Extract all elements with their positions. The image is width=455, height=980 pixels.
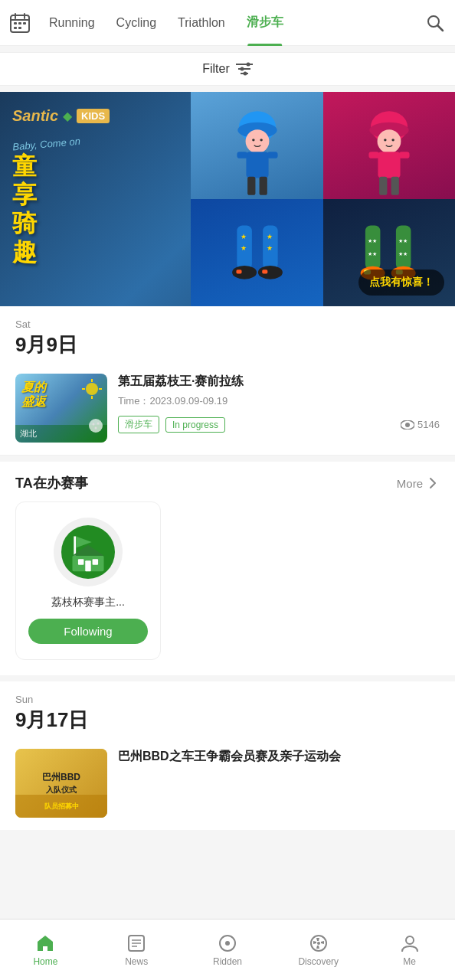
nav-me-label: Me: [403, 956, 416, 967]
ta-header: TA在办赛事 More: [0, 462, 455, 501]
svg-rect-25: [247, 177, 255, 195]
svg-point-87: [406, 936, 414, 944]
svg-point-57: [86, 383, 98, 395]
svg-marker-84: [316, 946, 319, 949]
svg-point-43: [232, 266, 257, 279]
svg-rect-8: [18, 27, 21, 29]
tab-running[interactable]: Running: [38, 0, 106, 46]
svg-point-67: [405, 423, 410, 427]
event-tag-status: In progress: [165, 417, 225, 433]
banner-img-3: ★ ★ ★ ★: [191, 199, 322, 306]
svg-rect-24: [267, 152, 277, 158]
event-card-1[interactable]: 夏的盛返 湖北 第五届荔枝王·赛前拉练 Time：2023.09.: [0, 364, 455, 456]
svg-marker-86: [321, 941, 324, 944]
svg-marker-85: [313, 941, 316, 944]
svg-point-82: [317, 942, 320, 945]
svg-rect-7: [14, 27, 17, 29]
svg-point-80: [225, 941, 230, 946]
svg-point-31: [391, 139, 394, 141]
nav-tabs: Running Cycling Triathlon 滑步车: [38, 0, 421, 46]
banner-img-2: [323, 92, 455, 199]
event-thumbnail-2: 巴州BBD 入队仪式 队员招募中: [15, 749, 107, 818]
svg-point-21: [260, 139, 262, 141]
svg-line-10: [438, 25, 444, 31]
svg-rect-32: [378, 152, 400, 178]
svg-rect-26: [259, 177, 267, 195]
thumb-text: 夏的盛返: [21, 380, 46, 409]
svg-point-14: [246, 63, 250, 67]
event-views-1: 5146: [401, 419, 440, 430]
svg-point-20: [252, 139, 254, 141]
svg-rect-34: [399, 152, 410, 158]
event-card-2[interactable]: 巴州BBD 入队仪式 队员招募中 巴州BBD之车王争霸会员赛及亲子运动会: [0, 740, 455, 830]
svg-point-16: [243, 72, 247, 76]
organizer-scroll: 荔枝杯赛事主... Following: [0, 501, 455, 675]
svg-rect-48: [396, 225, 411, 270]
nav-news-label: News: [125, 956, 148, 967]
organizer-name-1: 荔枝杯赛事主...: [51, 596, 125, 609]
calendar-icon[interactable]: [6, 9, 34, 37]
svg-text:★: ★: [266, 233, 272, 240]
ridden-icon: [218, 933, 237, 953]
following-button[interactable]: Following: [28, 619, 148, 644]
tab-skating[interactable]: 滑步车: [236, 0, 294, 46]
ta-more-button[interactable]: More: [397, 476, 440, 490]
tab-cycling[interactable]: Cycling: [106, 0, 167, 46]
home-icon: [35, 933, 55, 953]
banner-char-2: 享: [12, 181, 178, 208]
me-icon: [400, 933, 420, 953]
event-tags-1: 滑步车 In progress 5146: [118, 416, 440, 433]
banner-slogan: Baby, Come on: [12, 127, 179, 153]
banner-left: Santic ◆ KIDS Baby, Come on 童 享 骑 趣: [0, 92, 191, 306]
svg-rect-23: [237, 152, 247, 158]
svg-rect-45: [236, 270, 241, 273]
nav-discovery[interactable]: Discovery: [273, 920, 364, 980]
svg-rect-6: [23, 22, 26, 24]
nav-home[interactable]: Home: [0, 920, 91, 980]
event-title-1: 第五届荔枝王·赛前拉练: [118, 374, 440, 390]
nav-home-label: Home: [33, 956, 57, 967]
svg-text:★: ★: [266, 244, 272, 252]
organizer-icon-1: [61, 525, 115, 579]
svg-point-29: [377, 129, 401, 153]
event-info-2: 巴州BBD之车王争霸会员赛及亲子运动会: [118, 749, 440, 769]
svg-text:★: ★: [240, 233, 246, 240]
nav-ridden[interactable]: Ridden: [182, 920, 273, 980]
event2-thumb-text: 巴州BBD 入队仪式: [36, 765, 87, 802]
filter-bar[interactable]: Filter: [0, 52, 455, 86]
santic-brand-text: Santic: [12, 107, 58, 125]
date-full-1: 9月9日: [15, 332, 440, 358]
eye-icon: [401, 420, 414, 430]
news-icon: [126, 933, 146, 953]
kids-text: KIDS: [77, 109, 110, 123]
organizer-card-1[interactable]: 荔枝杯赛事主... Following: [15, 501, 161, 660]
svg-text:★★: ★★: [368, 251, 377, 257]
svg-point-15: [240, 67, 244, 71]
santic-logo: Santic ◆ KIDS: [12, 107, 178, 125]
search-icon[interactable]: [421, 9, 449, 37]
svg-text:★: ★: [240, 244, 246, 252]
event-info-1: 第五届荔枝王·赛前拉练 Time：2023.09.09-09.19 滑步车 In…: [118, 374, 440, 433]
svg-rect-35: [379, 177, 387, 195]
filter-text: Filter: [202, 62, 230, 76]
banner-img-1: [191, 92, 322, 199]
nav-news[interactable]: News: [91, 920, 182, 980]
discovery-icon: [309, 933, 329, 953]
svg-rect-22: [246, 152, 268, 178]
chevron-right-icon: [426, 476, 440, 490]
svg-point-64: [97, 423, 100, 425]
top-navigation: Running Cycling Triathlon 滑步车: [0, 0, 455, 46]
banner[interactable]: Santic ◆ KIDS Baby, Come on 童 享 骑 趣: [0, 92, 455, 306]
svg-rect-5: [18, 22, 21, 24]
banner-char-3: 骑: [12, 210, 178, 237]
svg-rect-73: [85, 560, 90, 571]
event-time-1: Time：2023.09.09-09.19: [118, 394, 440, 408]
tab-triathlon[interactable]: Triathlon: [167, 0, 236, 46]
date-day-2: Sun: [15, 694, 440, 705]
date-day-1: Sat: [15, 318, 440, 330]
svg-text:★★: ★★: [398, 238, 408, 244]
svg-text:★★: ★★: [368, 238, 377, 244]
svg-text:★★: ★★: [398, 251, 408, 257]
nav-me[interactable]: Me: [364, 920, 455, 980]
svg-marker-83: [316, 938, 319, 941]
